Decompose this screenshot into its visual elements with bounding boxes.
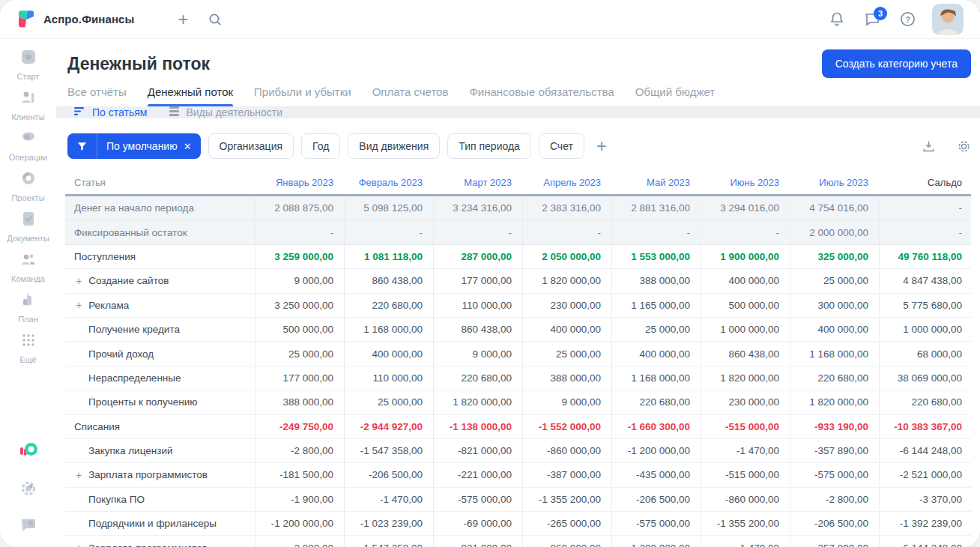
- tab-1[interactable]: Все отчёты: [67, 85, 127, 106]
- column-header[interactable]: Февраль 2023: [344, 171, 433, 194]
- value-cell: -1 547 358,00: [344, 536, 433, 547]
- table-row[interactable]: Поступления3 259 000,001 081 118,00287 0…: [65, 245, 971, 269]
- column-header[interactable]: Март 2023: [433, 171, 522, 194]
- filter-chip-3[interactable]: Вид движения: [348, 133, 440, 159]
- value-cell: 325 000,00: [790, 245, 879, 268]
- expand-plus-icon[interactable]: +: [76, 276, 82, 286]
- filter-chip-1[interactable]: Организация: [208, 133, 294, 159]
- tab-4[interactable]: Оплата счетов: [372, 85, 449, 106]
- filter-chip-4[interactable]: Тип периода: [447, 133, 531, 159]
- row-label-cell: +Создание сайтов: [65, 269, 255, 292]
- table-row[interactable]: Подрядчики и фрилансеры-1 200 000,00-1 0…: [65, 512, 971, 536]
- filter-chip-5[interactable]: Счет: [539, 133, 584, 159]
- bell-icon: [829, 11, 844, 27]
- sidebar-item-2[interactable]: Клиенты: [0, 88, 56, 129]
- column-header[interactable]: Май 2023: [611, 171, 701, 194]
- table-row[interactable]: Фиксированный остаток------2 000 000,00-: [65, 220, 971, 244]
- sidebar-item-1[interactable]: Старт: [0, 48, 56, 88]
- table-row[interactable]: Нераспределенные177 000,00110 000,00220 …: [65, 366, 971, 390]
- value-cell: 4 847 438,00: [879, 269, 971, 292]
- export-button[interactable]: [922, 139, 936, 154]
- messages-button[interactable]: 3: [864, 12, 880, 27]
- table-row[interactable]: +Создание сайтов9 000,00860 438,00177 00…: [65, 269, 971, 293]
- subtab-label: По статьям: [92, 106, 147, 118]
- column-header[interactable]: Июль 2023: [790, 171, 879, 194]
- aspro-brand-icon[interactable]: [18, 441, 39, 465]
- value-cell: 3 234 316,00: [433, 196, 522, 220]
- table-row[interactable]: Прочий доход25 000,00400 000,009 000,002…: [65, 342, 971, 366]
- table-row[interactable]: Списания-249 750,00-2 944 927,00-1 138 0…: [65, 415, 971, 439]
- table-settings-button[interactable]: [957, 139, 971, 154]
- messages-badge: 3: [874, 7, 887, 20]
- value-cell: -575 000,00: [611, 512, 701, 535]
- sidebar-item-6[interactable]: Команда: [0, 250, 56, 291]
- row-label: Прочий доход: [88, 348, 154, 360]
- sidebar-item-label: Проекты: [11, 193, 44, 202]
- tab-3[interactable]: Прибыли и убытки: [254, 85, 351, 106]
- expand-plus-icon[interactable]: +: [76, 543, 82, 547]
- add-filter-button[interactable]: +: [593, 137, 610, 155]
- value-cell: -860 000,00: [522, 536, 611, 547]
- value-cell: -2 521 000,00: [879, 463, 971, 486]
- table-row[interactable]: +Реклама3 250 000,00220 680,00110 000,00…: [65, 294, 971, 318]
- topbar: Аспро.Финансы + 3 ?: [0, 0, 980, 39]
- sidebar-item-7[interactable]: План: [0, 291, 56, 331]
- table-row[interactable]: Закупка лицензий-2 800,00-1 547 358,00-8…: [65, 439, 971, 463]
- app-window: Аспро.Финансы + 3 ?: [0, 0, 980, 547]
- app-logo-icon[interactable]: [16, 10, 36, 29]
- value-cell: 38 069 000,00: [879, 366, 971, 390]
- row-label: Подрядчики и фрилансеры: [88, 518, 217, 529]
- value-cell: 220 680,00: [879, 390, 971, 414]
- filter-chip-default[interactable]: По умолчанию ✕: [67, 133, 201, 159]
- tab-2[interactable]: Денежный поток: [148, 85, 233, 106]
- value-cell: -1 200 000,00: [611, 536, 701, 547]
- row-label: Получение кредита: [88, 324, 180, 335]
- sidebar-item-8[interactable]: Ещё: [0, 331, 56, 372]
- quick-add-button[interactable]: +: [178, 10, 188, 28]
- avatar[interactable]: [932, 4, 964, 35]
- subtab-2[interactable]: Виды деятельности: [169, 106, 282, 118]
- column-header[interactable]: Январь 2023: [255, 171, 344, 194]
- table-row[interactable]: Проценты к получению388 000,0025 000,001…: [65, 390, 971, 414]
- tab-6[interactable]: Общий бюджет: [635, 85, 716, 106]
- value-cell: -1 200 000,00: [611, 439, 701, 462]
- table-row[interactable]: +Зарплата программистов-181 500,00-206 5…: [65, 463, 971, 487]
- expand-plus-icon[interactable]: +: [76, 300, 82, 310]
- row-label: Фиксированный остаток: [74, 227, 187, 238]
- notifications-button[interactable]: [829, 11, 844, 27]
- help-button[interactable]: ?: [900, 11, 916, 27]
- table-row[interactable]: Покупка ПО-1 900,00-1 470,00-575 000,00-…: [65, 488, 971, 512]
- sidebar-item-3[interactable]: Операции: [0, 129, 56, 169]
- value-cell: -6 144 248,00: [879, 439, 971, 462]
- column-header[interactable]: Июнь 2023: [701, 171, 790, 194]
- row-label-cell: +Зарплата программистов: [65, 463, 255, 486]
- table-row[interactable]: Денег на начало периода2 088 875,005 098…: [65, 196, 971, 220]
- download-icon: [922, 139, 936, 154]
- help-icon: ?: [900, 11, 916, 27]
- sidebar-item-4[interactable]: Проекты: [0, 169, 56, 210]
- value-cell: -821 000,00: [433, 439, 522, 462]
- support-chat-icon[interactable]: [19, 516, 37, 537]
- expand-plus-icon[interactable]: +: [76, 470, 82, 480]
- value-cell: -221 000,00: [433, 463, 522, 486]
- table-row[interactable]: Получение кредита500 000,001 168 000,008…: [65, 318, 971, 342]
- value-cell: 2 383 316,00: [522, 196, 611, 220]
- value-cell: 1 820 000,00: [522, 269, 611, 292]
- subtab-1[interactable]: По статьям: [74, 106, 147, 118]
- row-label-cell: Получение кредита: [65, 318, 255, 341]
- value-cell: 1 900 000,00: [701, 245, 790, 268]
- filter-chip-2[interactable]: Год: [301, 133, 340, 159]
- tab-5[interactable]: Финансовые обязательства: [469, 85, 614, 106]
- create-category-button[interactable]: Создать категорию учета: [822, 49, 971, 78]
- settings-icon[interactable]: [19, 480, 37, 501]
- table-row[interactable]: +Зарплата программистов-2 800,00-1 547 3…: [65, 536, 971, 547]
- value-cell: 25 000,00: [522, 342, 611, 365]
- value-cell: 860 438,00: [433, 318, 522, 341]
- close-icon[interactable]: ✕: [184, 141, 192, 152]
- search-button[interactable]: [208, 12, 223, 27]
- value-cell: -435 000,00: [611, 463, 701, 486]
- sidebar-item-5[interactable]: Документы: [0, 210, 56, 250]
- row-label-cell: Прочий доход: [65, 342, 255, 365]
- value-cell: 388 000,00: [611, 269, 701, 292]
- column-header[interactable]: Апрель 2023: [522, 171, 611, 194]
